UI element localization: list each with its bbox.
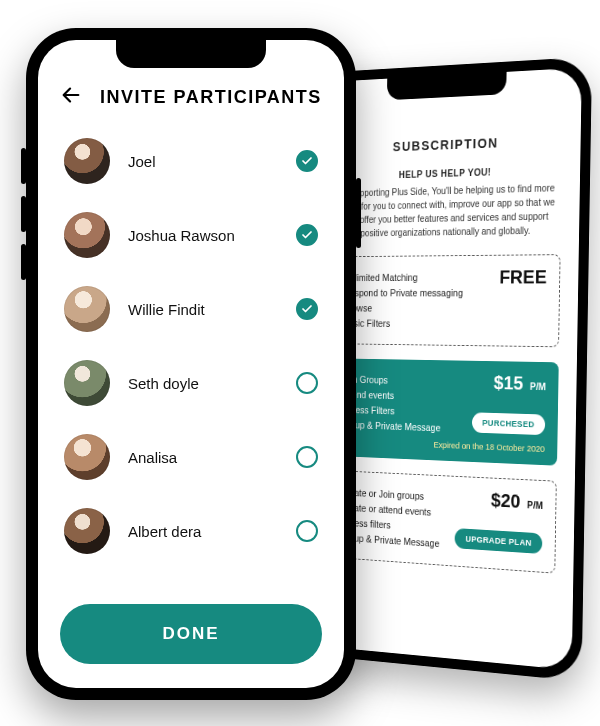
select-checkbox[interactable]	[296, 446, 318, 468]
select-checkbox[interactable]	[296, 150, 318, 172]
avatar	[64, 434, 110, 480]
page-title: SUBSCRIPTION	[334, 133, 563, 156]
list-item[interactable]: Willie Findit	[64, 272, 318, 346]
plan-expiry: Expired on the 18 October 2020	[341, 437, 545, 454]
participant-name: Willie Findit	[128, 301, 296, 318]
plan-card-20[interactable]: $20 P/M UPGRADE PLAN Create or Join grou…	[328, 470, 557, 574]
select-checkbox[interactable]	[296, 372, 318, 394]
plan-feature: Basic Filters	[343, 318, 546, 331]
participants-list: Joel Joshua Rawson Willie Findit Seth do…	[38, 118, 344, 594]
back-arrow-icon[interactable]	[60, 84, 82, 110]
participant-name: Joel	[128, 153, 296, 170]
participant-name: Joshua Rawson	[128, 227, 296, 244]
done-button[interactable]: DONE	[60, 604, 322, 664]
help-heading: HELP US HELP YOU!	[334, 165, 563, 182]
plan-feature: Respond to Private messaging	[344, 287, 547, 298]
select-checkbox[interactable]	[296, 298, 318, 320]
avatar	[64, 360, 110, 406]
list-item[interactable]: Albert dera	[64, 494, 318, 568]
help-blurb: By supporting Plus Side, You'll be helpi…	[333, 181, 562, 241]
select-checkbox[interactable]	[296, 520, 318, 542]
avatar	[64, 212, 110, 258]
avatar	[64, 508, 110, 554]
plan-card-free[interactable]: FREE Unlimited Matching Respond to Priva…	[331, 254, 561, 347]
purchased-pill[interactable]: PURCHESED	[472, 412, 546, 435]
list-item[interactable]: Joshua Rawson	[64, 198, 318, 272]
list-item[interactable]: Seth doyle	[64, 346, 318, 420]
plan-feature: Browse	[344, 302, 547, 314]
participant-name: Seth doyle	[128, 375, 296, 392]
plan-per: P/M	[527, 500, 543, 511]
plan-per: P/M	[530, 381, 546, 392]
phone-front-mockup: INVITE PARTICIPANTS Joel Joshua Rawson W…	[26, 28, 356, 700]
device-notch	[116, 40, 266, 68]
plan-card-15[interactable]: $15 P/M PURCHESED Join Groups Attend eve…	[329, 358, 559, 465]
avatar	[64, 138, 110, 184]
plan-price: FREE	[499, 266, 547, 287]
avatar	[64, 286, 110, 332]
plan-price: $15	[494, 372, 524, 393]
select-checkbox[interactable]	[296, 224, 318, 246]
page-title: INVITE PARTICIPANTS	[100, 87, 322, 108]
participant-name: Analisa	[128, 449, 296, 466]
list-item[interactable]: Analisa	[64, 420, 318, 494]
plan-price: $20	[491, 490, 521, 512]
participant-name: Albert dera	[128, 523, 296, 540]
list-item[interactable]: Joel	[64, 124, 318, 198]
